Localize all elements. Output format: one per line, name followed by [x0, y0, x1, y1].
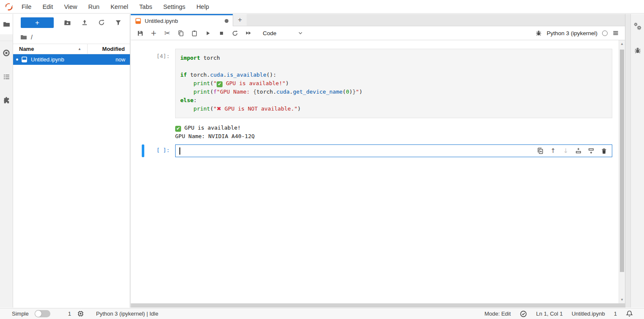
debugger-tab[interactable]	[631, 39, 644, 62]
trust-shield-icon[interactable]	[520, 310, 527, 318]
table-of-contents-tab[interactable]	[0, 65, 13, 89]
menu-item-run[interactable]: Run	[83, 0, 105, 14]
empty-code-editor[interactable]: ↑ ↓	[175, 144, 612, 157]
column-header-name[interactable]: Name ▲	[13, 44, 88, 54]
new-folder-icon[interactable]	[64, 19, 71, 26]
filter-icon[interactable]	[115, 19, 121, 26]
notebook-content: [4]: import torch if torch.cuda.is_avail…	[131, 40, 625, 303]
kernel-sessions-icon[interactable]	[77, 310, 84, 317]
column-header-modified[interactable]: Modified	[88, 44, 130, 54]
file-browser-tab[interactable]	[0, 14, 13, 34]
new-tab-button[interactable]: +	[233, 14, 247, 26]
debugger-bug-icon[interactable]	[535, 30, 542, 36]
kernel-idle-status-icon[interactable]	[602, 31, 608, 36]
extension-manager-tab[interactable]	[0, 89, 13, 112]
menu-item-view[interactable]: View	[58, 0, 83, 14]
bug-icon	[634, 47, 641, 54]
file-row-untitled-ipynb[interactable]: Untitled.ipynb now	[13, 54, 130, 65]
cell-type-dropdown[interactable]: Code	[263, 30, 303, 36]
toc-list-icon	[3, 73, 10, 80]
running-sessions-tab[interactable]	[0, 41, 13, 65]
kernel-status-text[interactable]: Python 3 (ipykernel) | Idle	[90, 311, 158, 317]
copy-cells-icon[interactable]	[177, 30, 184, 36]
restart-kernel-icon[interactable]	[231, 30, 238, 36]
check-mark-emoji: ✔	[217, 81, 223, 87]
insert-cell-below-icon[interactable]	[588, 147, 594, 154]
cursor-position[interactable]: Ln 1, Col 1	[536, 311, 563, 317]
code-cell-2-active: [ ]: ↑ ↓	[131, 144, 619, 157]
gears-icon	[633, 22, 642, 31]
cut-cells-icon[interactable]: ✂	[164, 30, 171, 36]
insert-cell-above-icon[interactable]	[575, 147, 582, 154]
breadcrumb-root: /	[31, 34, 33, 41]
menu-item-edit[interactable]: Edit	[37, 0, 58, 14]
puzzle-icon	[3, 97, 10, 104]
menu-item-settings[interactable]: Settings	[158, 0, 191, 14]
unsaved-changes-dot-icon[interactable]	[225, 19, 228, 23]
toolbar-menu-icon[interactable]	[612, 30, 619, 36]
file-modified: now	[116, 57, 130, 63]
active-file-name: Untitled.ipynb	[572, 311, 605, 317]
text-cursor	[179, 147, 180, 155]
cell-toolbar: ↑ ↓	[537, 145, 607, 157]
upload-icon[interactable]	[81, 19, 88, 26]
bottom-panel-divider	[131, 303, 625, 308]
input-prompt: [ ]:	[131, 144, 175, 157]
home-folder-icon	[20, 34, 27, 41]
right-activity-bar	[630, 14, 644, 308]
running-circle-icon	[3, 49, 10, 57]
interrupt-kernel-icon[interactable]	[218, 30, 225, 36]
notebook-tab-icon	[135, 18, 141, 24]
scroll-up-icon[interactable]: ▲	[619, 42, 625, 46]
notebook-mode[interactable]: Mode: Edit	[484, 311, 511, 317]
run-cell-icon[interactable]	[204, 30, 211, 36]
toggle-knob	[35, 311, 41, 317]
scrollbar-thumb[interactable]	[620, 50, 624, 272]
refresh-icon[interactable]	[98, 19, 105, 26]
cross-mark-emoji: ✖	[217, 105, 221, 112]
cell-1-output: ✔ GPU is available!GPU Name: NVIDIA A40-…	[131, 124, 619, 140]
menu-item-kernel[interactable]: Kernel	[105, 0, 134, 14]
cell-collapser[interactable]	[142, 144, 144, 157]
left-activity-bar	[0, 14, 13, 308]
unsaved-dot-icon	[16, 58, 18, 61]
property-inspector-tab[interactable]	[631, 14, 644, 39]
restart-run-all-icon[interactable]	[245, 30, 252, 36]
menu-item-tabs[interactable]: Tabs	[134, 0, 158, 14]
right-panel-divider	[625, 14, 630, 308]
notebook-toolbar: + ✂ Code Python 3 (ipykernel)	[131, 26, 625, 40]
sort-ascending-icon: ▲	[78, 47, 81, 51]
output-text: ✔ GPU is available!GPU Name: NVIDIA A40-…	[175, 124, 619, 140]
menu-item-file[interactable]: File	[16, 0, 37, 14]
save-icon[interactable]	[137, 30, 143, 36]
main-dock-panel: Untitled.ipynb + + ✂ Code Python 3 (ipyk…	[131, 14, 625, 308]
move-cell-up-icon[interactable]: ↑	[550, 147, 556, 154]
app-logo-icon	[4, 2, 14, 11]
delete-cell-icon[interactable]	[600, 147, 607, 154]
paste-cells-icon[interactable]	[191, 30, 198, 36]
kernel-name[interactable]: Python 3 (ipykernel)	[547, 30, 597, 36]
chevron-down-icon	[297, 30, 303, 36]
check-mark-emoji: ✔	[175, 126, 181, 132]
simple-interface-toggle[interactable]	[35, 310, 50, 317]
insert-cell-icon[interactable]: +	[150, 30, 157, 36]
menu-item-help[interactable]: Help	[191, 0, 215, 14]
menu-bar: FileEditViewRunKernelTabsSettingsHelp	[0, 0, 644, 14]
menu-items: FileEditViewRunKernelTabsSettingsHelp	[16, 0, 215, 14]
bell-icon[interactable]	[626, 310, 633, 317]
tab-title: Untitled.ipynb	[145, 18, 178, 24]
new-launcher-button[interactable]: +	[21, 17, 54, 28]
duplicate-cell-icon[interactable]	[537, 147, 544, 154]
code-cell-1: [4]: import torch if torch.cuda.is_avail…	[131, 49, 619, 118]
notebook-file-icon	[21, 56, 28, 63]
notebook-scrollbar[interactable]: ▲ ▼	[619, 40, 625, 303]
scroll-down-icon[interactable]: ▼	[619, 298, 625, 302]
tab-untitled-ipynb[interactable]: Untitled.ipynb	[131, 14, 233, 26]
terminals-kernels-count: 1	[56, 311, 71, 317]
file-name: Untitled.ipynb	[31, 56, 64, 63]
move-cell-down-icon[interactable]: ↓	[562, 147, 569, 154]
input-prompt: [4]:	[131, 49, 175, 118]
breadcrumb[interactable]: /	[13, 31, 130, 44]
folder-icon	[3, 21, 10, 28]
code-editor[interactable]: import torch if torch.cuda.is_available(…	[175, 49, 612, 118]
